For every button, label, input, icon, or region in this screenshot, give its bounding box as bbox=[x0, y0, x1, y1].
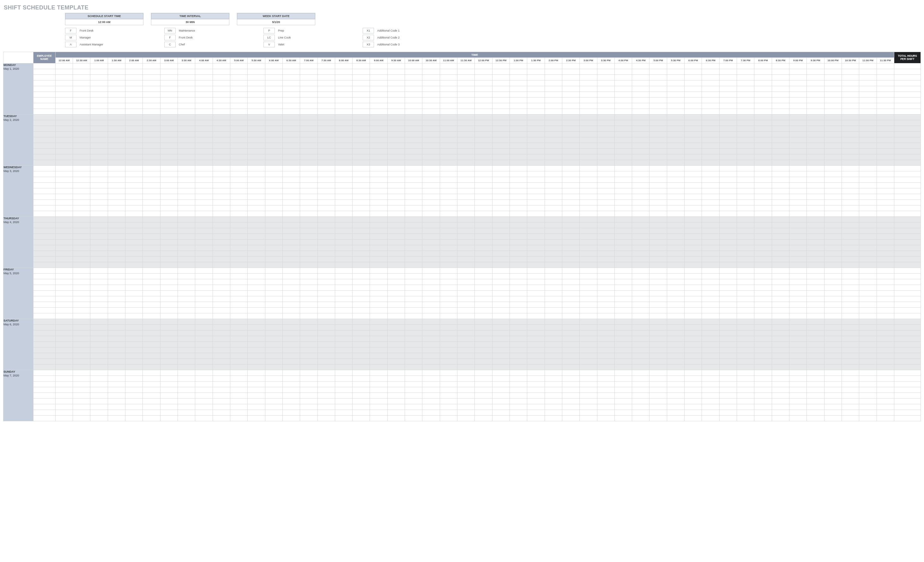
shift-cell[interactable] bbox=[562, 416, 579, 421]
shift-cell[interactable] bbox=[580, 120, 597, 126]
shift-cell[interactable] bbox=[195, 188, 213, 194]
shift-cell[interactable] bbox=[422, 205, 440, 211]
shift-cell[interactable] bbox=[335, 69, 352, 75]
shift-cell[interactable] bbox=[282, 370, 300, 376]
shift-cell[interactable] bbox=[300, 103, 318, 109]
shift-cell[interactable] bbox=[667, 330, 684, 336]
shift-cell[interactable] bbox=[265, 154, 282, 160]
shift-cell[interactable] bbox=[562, 109, 579, 115]
shift-cell[interactable] bbox=[300, 416, 318, 421]
shift-cell[interactable] bbox=[90, 376, 108, 381]
shift-cell[interactable] bbox=[859, 239, 877, 245]
shift-cell[interactable] bbox=[458, 313, 475, 319]
shift-cell[interactable] bbox=[807, 137, 824, 143]
shift-cell[interactable] bbox=[544, 296, 562, 302]
shift-cell[interactable] bbox=[248, 86, 265, 92]
shift-cell[interactable] bbox=[772, 274, 789, 279]
shift-cell[interactable] bbox=[667, 291, 684, 296]
shift-cell[interactable] bbox=[195, 330, 213, 336]
shift-cell[interactable] bbox=[282, 262, 300, 268]
shift-cell[interactable] bbox=[73, 279, 90, 285]
shift-cell[interactable] bbox=[475, 103, 492, 109]
shift-cell[interactable] bbox=[510, 234, 527, 239]
shift-cell[interactable] bbox=[510, 268, 527, 274]
shift-cell[interactable] bbox=[458, 359, 475, 365]
shift-cell[interactable] bbox=[335, 404, 352, 410]
shift-cell[interactable] bbox=[55, 399, 73, 404]
shift-cell[interactable] bbox=[300, 160, 318, 166]
shift-cell[interactable] bbox=[213, 154, 230, 160]
shift-cell[interactable] bbox=[73, 109, 90, 115]
shift-cell[interactable] bbox=[300, 171, 318, 177]
shift-cell[interactable] bbox=[143, 336, 160, 342]
shift-cell[interactable] bbox=[282, 171, 300, 177]
shift-cell[interactable] bbox=[877, 330, 894, 336]
shift-cell[interactable] bbox=[458, 149, 475, 154]
shift-cell[interactable] bbox=[230, 120, 248, 126]
legend-code[interactable]: X3 bbox=[363, 42, 374, 47]
shift-cell[interactable] bbox=[248, 416, 265, 421]
shift-cell[interactable] bbox=[352, 376, 370, 381]
shift-cell[interactable] bbox=[125, 381, 143, 387]
shift-cell[interactable] bbox=[282, 330, 300, 336]
shift-cell[interactable] bbox=[807, 381, 824, 387]
shift-cell[interactable] bbox=[580, 166, 597, 171]
shift-cell[interactable] bbox=[55, 245, 73, 251]
shift-cell[interactable] bbox=[754, 404, 772, 410]
shift-cell[interactable] bbox=[544, 166, 562, 171]
shift-cell[interactable] bbox=[300, 376, 318, 381]
shift-cell[interactable] bbox=[300, 115, 318, 120]
shift-cell[interactable] bbox=[580, 115, 597, 120]
shift-cell[interactable] bbox=[458, 336, 475, 342]
shift-cell[interactable] bbox=[737, 308, 754, 313]
shift-cell[interactable] bbox=[492, 302, 510, 308]
shift-cell[interactable] bbox=[492, 296, 510, 302]
shift-cell[interactable] bbox=[510, 313, 527, 319]
shift-cell[interactable] bbox=[719, 160, 736, 166]
shift-cell[interactable] bbox=[300, 86, 318, 92]
shift-cell[interactable] bbox=[824, 109, 842, 115]
shift-cell[interactable] bbox=[580, 381, 597, 387]
shift-cell[interactable] bbox=[73, 330, 90, 336]
shift-cell[interactable] bbox=[475, 97, 492, 103]
shift-cell[interactable] bbox=[213, 313, 230, 319]
shift-cell[interactable] bbox=[178, 194, 195, 200]
shift-cell[interactable] bbox=[544, 177, 562, 183]
shift-cell[interactable] bbox=[562, 387, 579, 393]
shift-cell[interactable] bbox=[422, 296, 440, 302]
shift-cell[interactable] bbox=[178, 399, 195, 404]
shift-cell[interactable] bbox=[370, 313, 387, 319]
shift-cell[interactable] bbox=[370, 416, 387, 421]
shift-cell[interactable] bbox=[562, 359, 579, 365]
shift-cell[interactable] bbox=[650, 245, 667, 251]
shift-cell[interactable] bbox=[754, 234, 772, 239]
shift-cell[interactable] bbox=[405, 296, 422, 302]
shift-cell[interactable] bbox=[684, 115, 702, 120]
shift-cell[interactable] bbox=[667, 393, 684, 399]
shift-cell[interactable] bbox=[55, 205, 73, 211]
shift-cell[interactable] bbox=[632, 404, 650, 410]
shift-cell[interactable] bbox=[195, 228, 213, 234]
shift-cell[interactable] bbox=[282, 223, 300, 228]
shift-cell[interactable] bbox=[859, 109, 877, 115]
shift-cell[interactable] bbox=[248, 115, 265, 120]
shift-cell[interactable] bbox=[335, 109, 352, 115]
shift-cell[interactable] bbox=[143, 302, 160, 308]
shift-cell[interactable] bbox=[789, 416, 807, 421]
shift-cell[interactable] bbox=[370, 200, 387, 205]
shift-cell[interactable] bbox=[510, 359, 527, 365]
shift-cell[interactable] bbox=[352, 63, 370, 69]
shift-cell[interactable] bbox=[510, 86, 527, 92]
shift-cell[interactable] bbox=[807, 245, 824, 251]
shift-cell[interactable] bbox=[405, 268, 422, 274]
shift-cell[interactable] bbox=[632, 126, 650, 132]
shift-cell[interactable] bbox=[527, 330, 544, 336]
shift-cell[interactable] bbox=[807, 103, 824, 109]
shift-cell[interactable] bbox=[614, 211, 632, 217]
shift-cell[interactable] bbox=[702, 200, 719, 205]
shift-cell[interactable] bbox=[335, 115, 352, 120]
shift-cell[interactable] bbox=[387, 325, 405, 330]
shift-cell[interactable] bbox=[125, 376, 143, 381]
shift-cell[interactable] bbox=[614, 217, 632, 223]
shift-cell[interactable] bbox=[544, 274, 562, 279]
